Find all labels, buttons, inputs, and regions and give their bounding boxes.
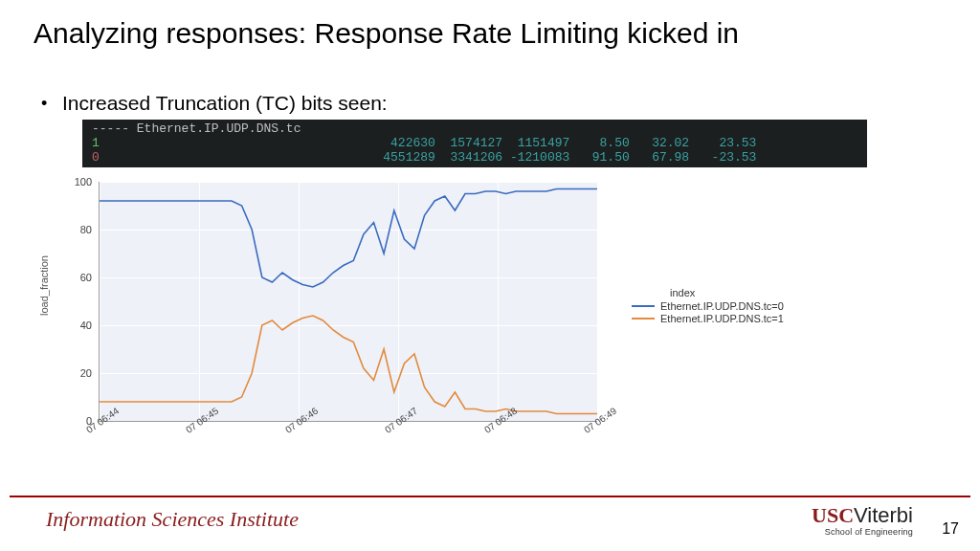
- legend-swatch: [632, 305, 655, 307]
- terminal-row-1-label: 1: [92, 136, 100, 150]
- legend-title: index: [670, 287, 784, 298]
- legend-swatch: [632, 318, 655, 320]
- usc-text: USC: [812, 503, 854, 527]
- slide-title: Analyzing responses: Response Rate Limit…: [33, 17, 739, 50]
- page-number: 17: [942, 520, 959, 538]
- legend-label: Ethernet.IP.UDP.DNS.tc=0: [660, 300, 784, 312]
- terminal-output: ----- Ethernet.IP.UDP.DNS.tc 1 422630 15…: [82, 120, 867, 167]
- series-line: [100, 189, 597, 288]
- viterbi-text: Viterbi: [854, 503, 913, 527]
- footer-institute: Information Sciences Institute: [46, 507, 299, 532]
- footer-divider: [10, 496, 970, 497]
- terminal-header: ----- Ethernet.IP.UDP.DNS.tc: [92, 121, 301, 136]
- terminal-row-0-label: 0: [92, 150, 100, 165]
- legend-label: Ethernet.IP.UDP.DNS.tc=1: [660, 313, 784, 324]
- legend-item: Ethernet.IP.UDP.DNS.tc=1: [632, 313, 784, 324]
- bullet-tc: Increased Truncation (TC) bits seen:: [62, 92, 388, 115]
- line-series: [100, 182, 597, 421]
- chart: load_fraction 0 20 40 60 80 100 07 06:44…: [46, 172, 620, 459]
- ytick: 100: [65, 176, 92, 187]
- school-text: School of Engineering: [812, 528, 913, 537]
- ytick: 80: [65, 224, 92, 235]
- legend: index Ethernet.IP.UDP.DNS.tc=0 Ethernet.…: [632, 287, 784, 324]
- legend-item: Ethernet.IP.UDP.DNS.tc=0: [632, 300, 784, 312]
- plot-area: [99, 182, 597, 422]
- y-axis-label: load_fraction: [38, 255, 50, 316]
- series-line: [100, 316, 597, 414]
- footer-logo: USCViterbi School of Engineering: [812, 505, 913, 537]
- slide: Analyzing responses: Response Rate Limit…: [0, 0, 980, 551]
- ytick: 60: [65, 272, 92, 283]
- ytick: 40: [65, 320, 92, 331]
- ytick: 20: [65, 367, 92, 379]
